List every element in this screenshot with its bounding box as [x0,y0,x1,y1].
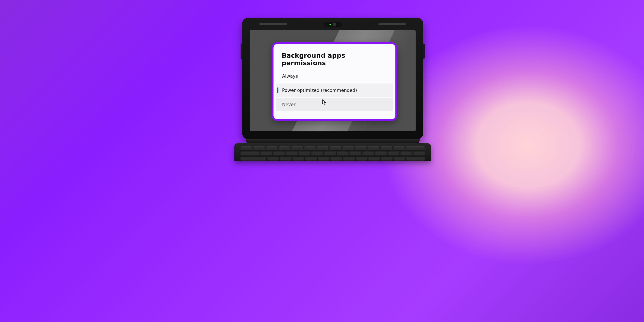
speaker-slit-left [259,24,287,25]
camera-led-icon [330,24,331,25]
lid-bump-right [423,44,424,58]
selection-indicator-icon [277,87,278,94]
lid-bump-left [241,44,242,58]
option-power-optimized[interactable]: Power optimized (recommended) [276,84,393,97]
option-label: Never [282,102,296,107]
option-label: Always [282,74,298,79]
option-never[interactable]: Never [276,98,393,112]
option-label: Power optimized (recommended) [282,88,357,93]
laptop-base [234,144,431,161]
webcam-notch [324,22,342,27]
popup-title: Background apps permissions [274,44,396,69]
option-always[interactable]: Always [276,69,393,83]
speaker-slit-right [378,24,406,25]
laptop-hinge [246,139,420,144]
keyboard [240,146,425,161]
options-list: Always Power optimized (recommended) Nev… [274,69,396,112]
camera-lens-icon [333,23,336,26]
background-apps-permissions-popup: Background apps permissions Always Power… [272,42,397,121]
